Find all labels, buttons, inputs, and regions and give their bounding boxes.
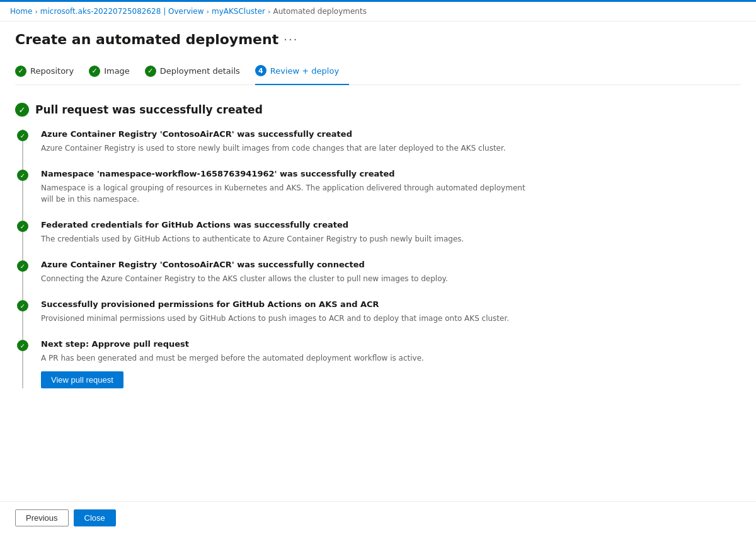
- timeline-check-2: [20, 223, 25, 230]
- timeline-desc-2: The credentials used by GitHub Actions t…: [41, 233, 532, 245]
- step-image[interactable]: Image: [89, 61, 140, 84]
- timeline-check-3: [20, 263, 25, 270]
- step-review-number: 4: [258, 67, 263, 75]
- timeline-check-5: [20, 342, 25, 349]
- page-title-row: Create an automated deployment ···: [15, 32, 741, 47]
- step-review-deploy[interactable]: 4 Review + deploy: [255, 60, 349, 85]
- step-review-label: Review + deploy: [270, 66, 339, 76]
- timeline-dot-1: [17, 170, 28, 181]
- breadcrumb-sep-2: ›: [207, 8, 209, 16]
- more-options-button[interactable]: ···: [284, 33, 298, 46]
- timeline-title-3: Azure Container Registry 'ContosoAirACR'…: [41, 260, 741, 269]
- breadcrumb-current: Automated deployments: [273, 7, 366, 16]
- timeline: Azure Container Registry 'ContosoAirACR'…: [22, 129, 741, 388]
- timeline-item-4: Successfully provisioned permissions for…: [23, 299, 741, 339]
- step-image-check: [92, 67, 98, 75]
- timeline-item-0: Azure Container Registry 'ContosoAirACR'…: [23, 129, 741, 169]
- timeline-title-1: Namespace 'namespace-workflow-1658763941…: [41, 169, 741, 178]
- close-button[interactable]: Close: [74, 509, 116, 526]
- timeline-item-2: Federated credentials for GitHub Actions…: [23, 220, 741, 260]
- section-check-icon: [15, 103, 29, 117]
- step-image-label: Image: [104, 66, 130, 76]
- timeline-desc-5: A PR has been generated and must be merg…: [41, 352, 532, 364]
- step-repository[interactable]: Repository: [15, 61, 84, 84]
- section-header: Pull request was successfully created: [15, 103, 741, 117]
- timeline-desc-1: Namespace is a logical grouping of resou…: [41, 182, 532, 205]
- step-review-icon: 4: [255, 65, 266, 76]
- wizard-steps: Repository Image Deployment details 4 Re…: [15, 60, 741, 85]
- timeline-desc-3: Connecting the Azure Container Registry …: [41, 273, 532, 284]
- timeline-title-4: Successfully provisioned permissions for…: [41, 299, 741, 309]
- breadcrumb-cluster[interactable]: myAKSCluster: [212, 7, 265, 16]
- timeline-desc-4: Provisioned minimal permissions used by …: [41, 313, 532, 324]
- timeline-title-0: Azure Container Registry 'ContosoAirACR'…: [41, 129, 741, 139]
- timeline-dot-5: [17, 340, 28, 351]
- step-deployment-details[interactable]: Deployment details: [145, 61, 250, 84]
- step-repository-label: Repository: [30, 66, 74, 76]
- breadcrumb: Home › microsoft.aks-20220725082628 | Ov…: [0, 2, 756, 21]
- timeline-dot-3: [17, 260, 28, 272]
- previous-button[interactable]: Previous: [15, 509, 69, 526]
- view-pull-request-button[interactable]: View pull request: [41, 371, 123, 388]
- footer: Previous Close: [0, 501, 756, 534]
- page-title: Create an automated deployment: [15, 32, 278, 47]
- timeline-check-4: [20, 303, 25, 310]
- main-content: Create an automated deployment ··· Repos…: [0, 21, 756, 501]
- section-title: Pull request was successfully created: [35, 103, 263, 116]
- timeline-title-5: Next step: Approve pull request: [41, 339, 741, 349]
- breadcrumb-aks[interactable]: microsoft.aks-20220725082628 | Overview: [40, 7, 204, 16]
- timeline-title-2: Federated credentials for GitHub Actions…: [41, 220, 741, 229]
- step-repository-check: [18, 67, 23, 75]
- step-repository-icon: [15, 66, 26, 77]
- step-deployment-label: Deployment details: [160, 66, 240, 76]
- step-deployment-icon: [145, 66, 156, 77]
- timeline-desc-0: Azure Container Registry is used to stor…: [41, 142, 532, 154]
- breadcrumb-sep-1: ›: [35, 8, 37, 16]
- step-deployment-check: [147, 67, 153, 75]
- timeline-check-1: [20, 172, 25, 179]
- section-checkmark: [19, 105, 26, 115]
- breadcrumb-home[interactable]: Home: [10, 7, 32, 16]
- timeline-item-1: Namespace 'namespace-workflow-1658763941…: [23, 169, 741, 220]
- timeline-item-5: Next step: Approve pull request A PR has…: [23, 339, 741, 388]
- timeline-dot-4: [17, 300, 28, 311]
- timeline-dot-0: [17, 130, 28, 141]
- step-image-icon: [89, 66, 100, 77]
- timeline-dot-2: [17, 221, 28, 232]
- breadcrumb-sep-3: ›: [268, 8, 270, 16]
- timeline-item-3: Azure Container Registry 'ContosoAirACR'…: [23, 260, 741, 299]
- timeline-check-0: [20, 132, 25, 139]
